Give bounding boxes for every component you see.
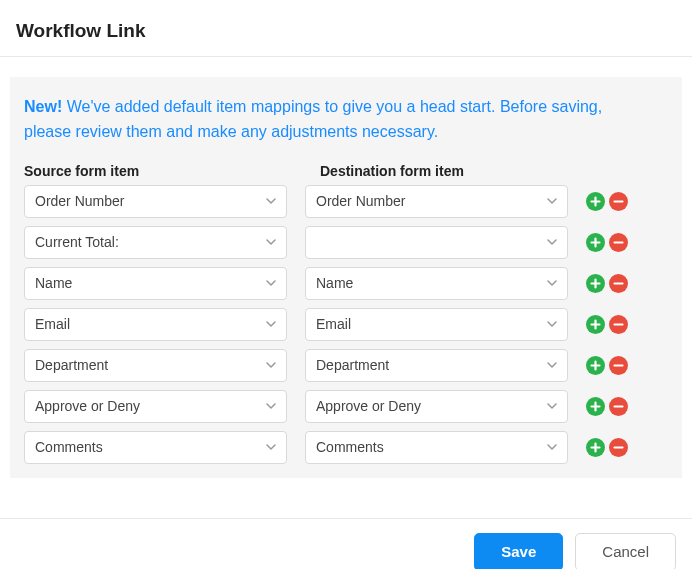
chevron-down-icon: [264, 235, 278, 249]
source-select[interactable]: Name: [24, 267, 287, 300]
chevron-down-icon: [545, 399, 559, 413]
add-row-button[interactable]: [586, 192, 605, 211]
source-select-value: Comments: [35, 439, 103, 455]
row-actions: [586, 356, 628, 375]
add-row-button[interactable]: [586, 315, 605, 334]
row-actions: [586, 192, 628, 211]
mapping-row: Order NumberOrder Number: [24, 185, 668, 218]
dialog-content: New! We've added default item mappings t…: [0, 57, 692, 488]
chevron-down-icon: [264, 276, 278, 290]
remove-row-button[interactable]: [609, 233, 628, 252]
row-actions: [586, 438, 628, 457]
source-select[interactable]: Approve or Deny: [24, 390, 287, 423]
add-row-button[interactable]: [586, 274, 605, 293]
minus-icon: [613, 196, 624, 207]
chevron-down-icon: [264, 317, 278, 331]
row-actions: [586, 397, 628, 416]
plus-icon: [590, 401, 601, 412]
minus-icon: [613, 237, 624, 248]
minus-icon: [613, 360, 624, 371]
source-select-value: Name: [35, 275, 72, 291]
minus-icon: [613, 401, 624, 412]
dest-select[interactable]: Department: [305, 349, 568, 382]
dest-select-value: Order Number: [316, 193, 405, 209]
add-row-button[interactable]: [586, 356, 605, 375]
remove-row-button[interactable]: [609, 274, 628, 293]
remove-row-button[interactable]: [609, 438, 628, 457]
minus-icon: [613, 319, 624, 330]
plus-icon: [590, 319, 601, 330]
dest-select-value: Approve or Deny: [316, 398, 421, 414]
minus-icon: [613, 442, 624, 453]
dest-select-value: Email: [316, 316, 351, 332]
dest-column-header: Destination form item: [320, 163, 598, 179]
dest-select[interactable]: Approve or Deny: [305, 390, 568, 423]
source-select-value: Order Number: [35, 193, 124, 209]
column-headers: Source form item Destination form item: [24, 163, 668, 179]
dest-select[interactable]: Order Number: [305, 185, 568, 218]
source-column-header: Source form item: [24, 163, 302, 179]
add-row-button[interactable]: [586, 233, 605, 252]
notice-text: We've added default item mappings to giv…: [24, 98, 602, 140]
remove-row-button[interactable]: [609, 356, 628, 375]
plus-icon: [590, 360, 601, 371]
chevron-down-icon: [545, 235, 559, 249]
chevron-down-icon: [545, 317, 559, 331]
chevron-down-icon: [545, 440, 559, 454]
dest-select-value: Name: [316, 275, 353, 291]
mapping-row: NameName: [24, 267, 668, 300]
dest-select[interactable]: [305, 226, 568, 259]
chevron-down-icon: [545, 358, 559, 372]
cancel-button[interactable]: Cancel: [575, 533, 676, 569]
mapping-panel: New! We've added default item mappings t…: [10, 77, 682, 478]
notice-badge: New!: [24, 98, 62, 115]
chevron-down-icon: [264, 358, 278, 372]
mapping-row: Current Total:: [24, 226, 668, 259]
chevron-down-icon: [264, 440, 278, 454]
source-select-value: Current Total:: [35, 234, 119, 250]
chevron-down-icon: [264, 399, 278, 413]
add-row-button[interactable]: [586, 438, 605, 457]
dialog-footer: Save Cancel: [0, 518, 692, 569]
chevron-down-icon: [545, 194, 559, 208]
source-select[interactable]: Current Total:: [24, 226, 287, 259]
plus-icon: [590, 278, 601, 289]
source-select[interactable]: Department: [24, 349, 287, 382]
row-actions: [586, 315, 628, 334]
mapping-row: EmailEmail: [24, 308, 668, 341]
plus-icon: [590, 196, 601, 207]
source-select-value: Approve or Deny: [35, 398, 140, 414]
mapping-row: DepartmentDepartment: [24, 349, 668, 382]
source-select-value: Department: [35, 357, 108, 373]
dialog-header: Workflow Link: [0, 0, 692, 57]
source-select[interactable]: Comments: [24, 431, 287, 464]
dest-select-value: Department: [316, 357, 389, 373]
page-title: Workflow Link: [16, 20, 676, 42]
row-actions: [586, 233, 628, 252]
source-select-value: Email: [35, 316, 70, 332]
mapping-row: Approve or DenyApprove or Deny: [24, 390, 668, 423]
plus-icon: [590, 442, 601, 453]
dest-select-value: Comments: [316, 439, 384, 455]
notice-banner: New! We've added default item mappings t…: [24, 95, 634, 145]
dest-select[interactable]: Comments: [305, 431, 568, 464]
row-actions: [586, 274, 628, 293]
dest-select[interactable]: Name: [305, 267, 568, 300]
remove-row-button[interactable]: [609, 315, 628, 334]
source-select[interactable]: Order Number: [24, 185, 287, 218]
dest-select[interactable]: Email: [305, 308, 568, 341]
remove-row-button[interactable]: [609, 397, 628, 416]
plus-icon: [590, 237, 601, 248]
chevron-down-icon: [545, 276, 559, 290]
remove-row-button[interactable]: [609, 192, 628, 211]
mapping-row: CommentsComments: [24, 431, 668, 464]
add-row-button[interactable]: [586, 397, 605, 416]
source-select[interactable]: Email: [24, 308, 287, 341]
minus-icon: [613, 278, 624, 289]
chevron-down-icon: [264, 194, 278, 208]
save-button[interactable]: Save: [474, 533, 563, 569]
mapping-rows: Order NumberOrder NumberCurrent Total:Na…: [24, 185, 668, 464]
